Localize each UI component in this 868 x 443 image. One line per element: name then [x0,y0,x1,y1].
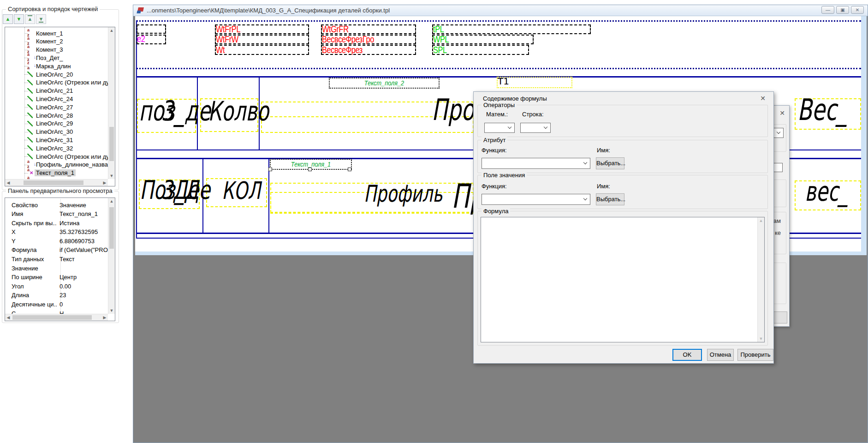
property-name: Имя [5,210,57,219]
cell-text[interactable]: Про [432,93,474,127]
property-row[interactable]: По ширине Центр [5,274,108,282]
math-operator-combo[interactable] [484,123,515,133]
field-tag[interactable]: tPL [433,24,444,35]
string-operator-combo[interactable] [520,123,551,133]
property-grid[interactable]: Свойство Значение Имя Текст_поля_1 Скрыт… [5,198,115,321]
tree-horizontal-scrollbar[interactable]: ◀ ▶ [5,179,108,186]
chevron-down-icon [583,197,587,200]
move-down-button[interactable]: ▼ [14,14,24,24]
cell-text-overlay[interactable]: 3 [161,95,173,127]
field-frame[interactable] [137,24,166,34]
property-row[interactable]: С Н [5,310,108,314]
cell-text[interactable]: T1 [498,76,509,87]
value-choose-button[interactable]: Выбрать... [596,193,624,205]
tree-item[interactable]: az Комент_1 [5,29,108,37]
arrow-down-icon: ▼ [17,16,22,22]
close-icon[interactable]: ✕ [778,109,786,117]
attribute-function-combo[interactable] [482,158,590,169]
property-horizontal-scrollbar[interactable]: ◀ ▶ [5,314,108,321]
window-title-bar[interactable]: ...onments\Topengineer\КМД\template\КМД_… [133,5,868,16]
property-row[interactable]: Скрыть при вы... Истина [5,220,108,228]
scroll-down-icon[interactable]: ▼ [108,173,115,179]
selection-handle[interactable] [308,168,312,171]
tree-item[interactable]: LineOrArc_28 [5,111,108,120]
tree-item[interactable]: LineOrArc_31 [5,136,108,144]
tree-item[interactable]: LineOrArc_29 [5,120,108,128]
cell-text[interactable]: Колво [208,96,269,127]
cell-text[interactable]: КОЛ [222,177,261,204]
field-tag[interactable]: WtGrFR [322,24,349,35]
tree-item[interactable]: LineOrArc_27 [5,103,108,111]
field-tag[interactable]: WtFrPL [216,24,240,35]
selection-handle[interactable] [268,168,272,171]
formula-textarea[interactable]: ▲ ▼ [481,217,765,342]
move-to-bottom-button[interactable]: ▼ [36,14,46,24]
chevron-down-icon [508,125,511,129]
scroll-right-icon[interactable]: ▶ [101,180,108,186]
close-button[interactable]: ✕ [851,6,864,14]
check-button[interactable]: Проверить [737,349,773,361]
drawing-order-tree[interactable]: az Комент_1 az Комент_2 az Комент_3 az↓ … [5,27,115,186]
move-to-top-button[interactable]: ▲ [25,14,35,24]
ok-button[interactable]: OK [672,349,702,361]
tree-item[interactable]: LineOrArc_32 [5,144,108,152]
tree-item[interactable]: az Комент_2 [5,37,108,46]
scroll-up-icon[interactable]: ▲ [108,198,115,204]
tree-item[interactable]: LineOrArc (Отрезок или дуга)_5 [5,152,108,161]
scroll-left-icon[interactable]: ◀ [5,314,12,321]
field-tag[interactable]: ВесвсеФрезГро [322,34,374,45]
minimize-button[interactable]: — [821,6,834,14]
property-row[interactable]: Значение [5,265,108,274]
field-name-label[interactable]: Текст_поля_2 [337,79,431,87]
property-row[interactable]: Y 6.880690753 [5,238,108,246]
value-function-combo[interactable] [482,194,590,205]
scroll-up-icon[interactable]: ▲ [758,217,764,224]
tree-item[interactable]: LineOrArc_20 [5,70,108,78]
scroll-right-icon[interactable]: ▶ [101,314,108,321]
cell-text[interactable]: поз_де [139,95,211,127]
maximize-button[interactable]: ▣ [836,6,849,14]
tree-item[interactable]: za↓ Марка_длин [5,62,108,70]
property-row[interactable]: Имя Текст_поля_1 [5,210,108,219]
property-row[interactable]: Десятичные ци... 0 [5,301,108,310]
field-tag[interactable]: SPL [433,45,447,55]
field-tag[interactable]: WPL [433,34,449,45]
tree-item[interactable]: LineOrArc_24 [5,95,108,103]
formula-scrollbar[interactable]: ▲ ▼ [757,217,764,342]
field-name-label[interactable]: Текст_поля_1 [276,160,345,168]
tree-vertical-scrollbar[interactable]: ▲ ▼ [108,27,115,179]
property-row[interactable]: Угол 0.00 [5,283,108,292]
tree-item[interactable]: az↓ Поз_Дет_ [5,54,108,62]
cell-text[interactable]: вес_ [805,176,848,207]
scroll-down-icon[interactable]: ▼ [108,307,115,314]
cell-text-overlay[interactable]: 3Де [161,175,199,205]
selection-handle[interactable] [348,168,351,171]
field-tag[interactable]: e2 [137,34,145,44]
property-vertical-scrollbar[interactable]: ▲ ▼ [108,198,115,314]
property-row[interactable]: Длина 23 [5,292,108,300]
field-tag[interactable]: ВесвсеФрез [322,45,363,55]
cancel-button[interactable]: Отмена [707,349,734,361]
cell-text[interactable]: Вес_ [797,93,847,127]
attribute-choose-button[interactable]: Выбрать... [596,157,624,169]
tree-item[interactable]: LineOrArc_30 [5,128,108,136]
scroll-up-icon[interactable]: ▲ [108,27,115,34]
scroll-left-icon[interactable]: ◀ [5,180,12,186]
tree-item[interactable]: LineOrArc_21 [5,87,108,95]
move-up-button[interactable]: ▲ [3,14,13,24]
tree-item[interactable]: az↓ Профиль_длинное_название [5,161,108,169]
property-row[interactable]: X 35.327632595 [5,228,108,237]
field-frame[interactable] [432,24,591,34]
cell-text[interactable]: Профиль [364,180,442,207]
tree-item[interactable]: LineOrArc (Отрезок или дуга)_8 [5,78,108,87]
field-tag[interactable]: Wt [216,45,225,55]
tree-item[interactable]: az Комент_3 [5,46,108,54]
field-tag[interactable]: WtFrW [216,34,238,45]
field-frame[interactable] [215,45,309,55]
scroll-down-icon[interactable]: ▼ [758,335,764,342]
tree-item-label: Поз_Дет_ [35,54,64,61]
property-row[interactable]: Формула if (GetValue("PROFIL... [5,246,108,255]
tree-item[interactable]: a✕ Текст_поля_1 [5,169,108,177]
property-row[interactable]: Тип данных Текст [5,256,108,264]
close-icon[interactable]: ✕ [759,95,767,102]
